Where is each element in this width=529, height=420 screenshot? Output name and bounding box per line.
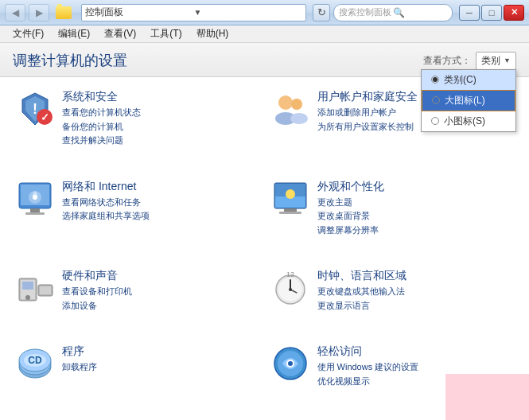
- programs-links: 卸载程序: [62, 360, 259, 375]
- network-title[interactable]: 网络和 Internet: [62, 180, 259, 194]
- svg-text:12: 12: [286, 270, 294, 278]
- svg-rect-12: [30, 208, 40, 212]
- back-button[interactable]: ◀: [5, 4, 25, 21]
- hardware-icon: [16, 269, 54, 307]
- hardware-links: 查看设备和打印机 添加设备: [62, 285, 259, 313]
- svg-text:CD: CD: [28, 355, 42, 366]
- search-placeholder: 搜索控制面板: [339, 6, 393, 18]
- view-selector: 查看方式： 类别 ▼ 类别(C) 大图标(L) 小图标(S): [423, 52, 516, 70]
- hardware-link-1[interactable]: 查看设备和打印机: [62, 285, 259, 299]
- cp-item-hardware: 硬件和声音 查看设备和打印机 添加设备: [13, 266, 262, 335]
- appearance-icon: [271, 180, 309, 218]
- hardware-title[interactable]: 硬件和声音: [62, 269, 259, 283]
- forward-button[interactable]: ▶: [29, 4, 49, 21]
- access-links: 使用 Windows 建议的设置 优化视频显示: [317, 360, 514, 388]
- appearance-link-2[interactable]: 更改桌面背景: [317, 209, 514, 224]
- svg-point-32: [289, 288, 292, 291]
- appearance-link-1[interactable]: 更改主题: [317, 196, 514, 210]
- appearance-link-3[interactable]: 调整屏幕分辨率: [317, 224, 514, 238]
- svg-text:✓: ✓: [41, 111, 49, 123]
- clock-title[interactable]: 时钟、语言和区域: [317, 269, 514, 283]
- svg-point-15: [33, 195, 37, 200]
- hardware-link-2[interactable]: 添加设备: [62, 299, 259, 313]
- programs-text: 程序 卸载程序: [62, 344, 259, 375]
- search-icon: 🔍: [393, 7, 447, 18]
- security-links: 查看您的计算机状态 备份您的计算机 查找并解决问题: [62, 106, 259, 148]
- svg-point-21: [286, 189, 295, 199]
- appearance-text: 外观和个性化 更改主题 更改桌面背景 调整屏幕分辨率: [317, 180, 514, 238]
- menu-tools[interactable]: 工具(T): [144, 25, 188, 42]
- folder-icon: [56, 6, 72, 19]
- svg-rect-20: [279, 212, 301, 214]
- view-current: 类别: [481, 54, 500, 68]
- cp-item-access: 轻松访问 使用 Windows 建议的设置 优化视频显示: [268, 341, 517, 410]
- refresh-button[interactable]: ↻: [313, 4, 330, 21]
- window-controls: ─ □ ✕: [459, 5, 524, 21]
- access-title[interactable]: 轻松访问: [317, 344, 514, 359]
- cp-item-security: ! ✓ 系统和安全 查看您的计算机状态 备份您的计算机 查找并解决问题: [13, 87, 262, 170]
- address-bar[interactable]: 控制面板 ▼: [81, 4, 306, 21]
- dropdown-item-small[interactable]: 小图标(S): [422, 111, 515, 131]
- svg-point-9: [291, 99, 302, 110]
- dropdown-label-small: 小图标(S): [444, 115, 485, 128]
- menu-bar: 文件(F) 编辑(E) 查看(V) 工具(T) 帮助(H): [0, 25, 529, 43]
- cp-item-network: 网络和 Internet 查看网络状态和任务 选择家庭组和共享选项: [13, 177, 262, 260]
- view-dropdown-button[interactable]: 类别 ▼: [476, 52, 516, 70]
- access-link-2[interactable]: 优化视频显示: [317, 375, 514, 389]
- close-button[interactable]: ✕: [504, 5, 524, 21]
- svg-rect-24: [22, 282, 33, 290]
- main-content: 调整计算机的设置 查看方式： 类别 ▼ 类别(C) 大图标(L) 小图标(: [0, 43, 529, 420]
- dropdown-label-large: 大图标(L): [445, 94, 485, 107]
- dropdown-label-category: 类别(C): [444, 73, 476, 87]
- dropdown-arrow-icon: ▼: [504, 56, 511, 64]
- menu-view[interactable]: 查看(V): [98, 25, 142, 42]
- radio-category: [431, 76, 439, 84]
- cp-item-clock: 12 时钟、语言和区域 更改键盘或其他输入法 更改显示语言: [268, 266, 517, 335]
- view-dropdown-menu: 类别(C) 大图标(L) 小图标(S): [421, 69, 516, 132]
- search-bar[interactable]: 搜索控制面板 🔍: [333, 4, 453, 21]
- cp-item-appearance: 外观和个性化 更改主题 更改桌面背景 调整屏幕分辨率: [268, 177, 517, 260]
- dropdown-item-large[interactable]: 大图标(L): [422, 90, 515, 111]
- network-link-2[interactable]: 选择家庭组和共享选项: [62, 209, 259, 224]
- menu-edit[interactable]: 编辑(E): [52, 25, 96, 42]
- address-text: 控制面板: [85, 6, 193, 19]
- security-icon: ! ✓: [16, 90, 54, 128]
- access-icon: [271, 344, 309, 383]
- appearance-title[interactable]: 外观和个性化: [317, 180, 514, 194]
- address-dropdown-arrow[interactable]: ▼: [193, 8, 303, 17]
- clock-icon: 12: [271, 269, 309, 307]
- maximize-button[interactable]: □: [481, 5, 502, 21]
- dropdown-item-category[interactable]: 类别(C): [422, 70, 515, 90]
- page-title: 调整计算机的设置: [13, 51, 127, 70]
- network-links: 查看网络状态和任务 选择家庭组和共享选项: [62, 196, 259, 224]
- radio-large: [432, 96, 440, 104]
- network-link-1[interactable]: 查看网络状态和任务: [62, 196, 259, 210]
- security-link-1[interactable]: 查看您的计算机状态: [62, 106, 259, 120]
- clock-link-2[interactable]: 更改显示语言: [317, 299, 514, 313]
- security-title[interactable]: 系统和安全: [62, 90, 259, 104]
- network-text: 网络和 Internet 查看网络状态和任务 选择家庭组和共享选项: [62, 180, 259, 224]
- svg-rect-19: [284, 208, 297, 212]
- menu-help[interactable]: 帮助(H): [190, 25, 235, 42]
- clock-text: 时钟、语言和区域 更改键盘或其他输入法 更改显示语言: [317, 269, 514, 313]
- appearance-links: 更改主题 更改桌面背景 调整屏幕分辨率: [317, 196, 514, 238]
- clock-link-1[interactable]: 更改键盘或其他输入法: [317, 285, 514, 299]
- svg-point-5: [278, 95, 293, 110]
- svg-rect-27: [40, 286, 51, 294]
- security-link-3[interactable]: 查找并解决问题: [62, 134, 259, 148]
- svg-point-8: [290, 113, 308, 124]
- programs-title[interactable]: 程序: [62, 344, 259, 359]
- svg-text:!: !: [33, 101, 37, 117]
- access-link-1[interactable]: 使用 Windows 建议的设置: [317, 360, 514, 375]
- access-text: 轻松访问 使用 Windows 建议的设置 优化视频显示: [317, 344, 514, 388]
- title-bar-left: ◀ ▶ 控制面板 ▼ ↻ 搜索控制面板 🔍: [5, 4, 453, 21]
- cp-item-programs: CD 程序 卸载程序: [13, 341, 262, 410]
- clock-links: 更改键盘或其他输入法 更改显示语言: [317, 285, 514, 313]
- radio-small: [431, 117, 439, 125]
- menu-file[interactable]: 文件(F): [6, 25, 50, 42]
- security-text: 系统和安全 查看您的计算机状态 备份您的计算机 查找并解决问题: [62, 90, 259, 148]
- minimize-button[interactable]: ─: [459, 5, 480, 21]
- svg-rect-13: [25, 212, 45, 215]
- security-link-2[interactable]: 备份您的计算机: [62, 120, 259, 134]
- programs-link-1[interactable]: 卸载程序: [62, 360, 259, 375]
